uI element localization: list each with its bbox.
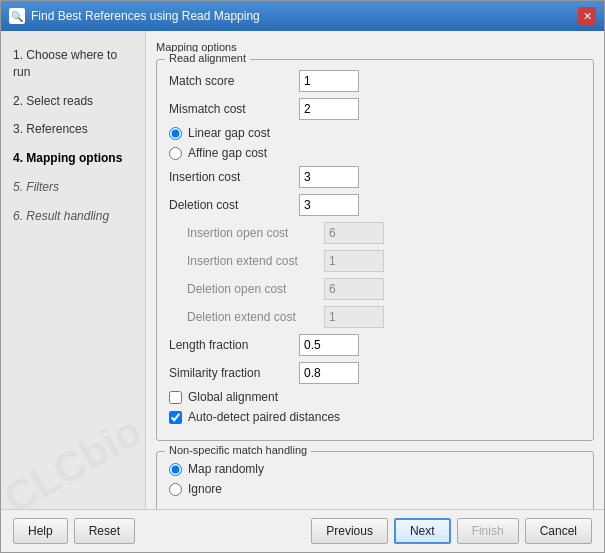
match-score-input[interactable] bbox=[299, 70, 359, 92]
length-fraction-row: Length fraction bbox=[169, 334, 581, 356]
length-fraction-input[interactable] bbox=[299, 334, 359, 356]
reset-button[interactable]: Reset bbox=[74, 518, 135, 544]
auto-detect-checkbox[interactable] bbox=[169, 411, 182, 424]
previous-button[interactable]: Previous bbox=[311, 518, 388, 544]
footer: Help Reset Previous Next Finish Cancel bbox=[1, 509, 604, 552]
length-fraction-label: Length fraction bbox=[169, 338, 299, 352]
help-button[interactable]: Help bbox=[13, 518, 68, 544]
sidebar: 1. Choose where to run 2. Select reads 3… bbox=[1, 31, 146, 509]
insertion-open-cost-label: Insertion open cost bbox=[169, 226, 324, 240]
linear-gap-radio[interactable] bbox=[169, 127, 182, 140]
insertion-extend-cost-input bbox=[324, 250, 384, 272]
main-window: 🔍 Find Best References using Read Mappin… bbox=[0, 0, 605, 553]
insertion-extend-cost-row: Insertion extend cost bbox=[169, 250, 581, 272]
match-score-row: Match score bbox=[169, 70, 581, 92]
deletion-extend-cost-row: Deletion extend cost bbox=[169, 306, 581, 328]
mismatch-cost-label: Mismatch cost bbox=[169, 102, 299, 116]
next-button[interactable]: Next bbox=[394, 518, 451, 544]
insertion-open-cost-row: Insertion open cost bbox=[169, 222, 581, 244]
window-icon: 🔍 bbox=[9, 8, 25, 24]
deletion-open-cost-input bbox=[324, 278, 384, 300]
content-area: 1. Choose where to run 2. Select reads 3… bbox=[1, 31, 604, 509]
map-randomly-row: Map randomly bbox=[169, 462, 581, 476]
auto-detect-row: Auto-detect paired distances bbox=[169, 410, 581, 424]
title-bar: 🔍 Find Best References using Read Mappin… bbox=[1, 1, 604, 31]
linear-gap-row: Linear gap cost bbox=[169, 126, 581, 140]
finish-button[interactable]: Finish bbox=[457, 518, 519, 544]
map-randomly-radio[interactable] bbox=[169, 463, 182, 476]
sidebar-item-result-handling[interactable]: 6. Result handling bbox=[1, 202, 145, 231]
deletion-extend-cost-input bbox=[324, 306, 384, 328]
match-score-label: Match score bbox=[169, 74, 299, 88]
footer-left: Help Reset bbox=[13, 518, 135, 544]
non-specific-group: Non-specific match handling Map randomly… bbox=[156, 451, 594, 509]
deletion-open-cost-row: Deletion open cost bbox=[169, 278, 581, 300]
read-alignment-group: Read alignment Match score Mismatch cost… bbox=[156, 59, 594, 441]
mismatch-cost-input[interactable] bbox=[299, 98, 359, 120]
footer-right: Previous Next Finish Cancel bbox=[311, 518, 592, 544]
mismatch-cost-row: Mismatch cost bbox=[169, 98, 581, 120]
watermark: CLCbio bbox=[1, 408, 146, 509]
linear-gap-label: Linear gap cost bbox=[188, 126, 270, 140]
window-title: Find Best References using Read Mapping bbox=[31, 9, 260, 23]
deletion-cost-row: Deletion cost bbox=[169, 194, 581, 216]
read-alignment-title: Read alignment bbox=[165, 52, 250, 64]
similarity-fraction-label: Similarity fraction bbox=[169, 366, 299, 380]
affine-gap-label: Affine gap cost bbox=[188, 146, 267, 160]
insertion-cost-label: Insertion cost bbox=[169, 170, 299, 184]
deletion-cost-input[interactable] bbox=[299, 194, 359, 216]
insertion-open-cost-input bbox=[324, 222, 384, 244]
main-panel: Mapping options Read alignment Match sco… bbox=[146, 31, 604, 509]
global-alignment-label: Global alignment bbox=[188, 390, 278, 404]
global-alignment-row: Global alignment bbox=[169, 390, 581, 404]
affine-gap-radio[interactable] bbox=[169, 147, 182, 160]
cancel-button[interactable]: Cancel bbox=[525, 518, 592, 544]
similarity-fraction-input[interactable] bbox=[299, 362, 359, 384]
title-bar-left: 🔍 Find Best References using Read Mappin… bbox=[9, 8, 260, 24]
ignore-row: Ignore bbox=[169, 482, 581, 496]
sidebar-item-references[interactable]: 3. References bbox=[1, 115, 145, 144]
deletion-extend-cost-label: Deletion extend cost bbox=[169, 310, 324, 324]
similarity-fraction-row: Similarity fraction bbox=[169, 362, 581, 384]
sidebar-item-choose-where[interactable]: 1. Choose where to run bbox=[1, 41, 145, 87]
close-button[interactable]: ✕ bbox=[578, 7, 596, 25]
ignore-label: Ignore bbox=[188, 482, 222, 496]
sidebar-item-filters[interactable]: 5. Filters bbox=[1, 173, 145, 202]
sidebar-item-mapping-options[interactable]: 4. Mapping options bbox=[1, 144, 145, 173]
insertion-extend-cost-label: Insertion extend cost bbox=[169, 254, 324, 268]
map-randomly-label: Map randomly bbox=[188, 462, 264, 476]
deletion-cost-label: Deletion cost bbox=[169, 198, 299, 212]
insertion-cost-row: Insertion cost bbox=[169, 166, 581, 188]
auto-detect-label: Auto-detect paired distances bbox=[188, 410, 340, 424]
deletion-open-cost-label: Deletion open cost bbox=[169, 282, 324, 296]
sidebar-item-select-reads[interactable]: 2. Select reads bbox=[1, 87, 145, 116]
insertion-cost-input[interactable] bbox=[299, 166, 359, 188]
affine-gap-row: Affine gap cost bbox=[169, 146, 581, 160]
global-alignment-checkbox[interactable] bbox=[169, 391, 182, 404]
ignore-radio[interactable] bbox=[169, 483, 182, 496]
non-specific-title: Non-specific match handling bbox=[165, 444, 311, 456]
